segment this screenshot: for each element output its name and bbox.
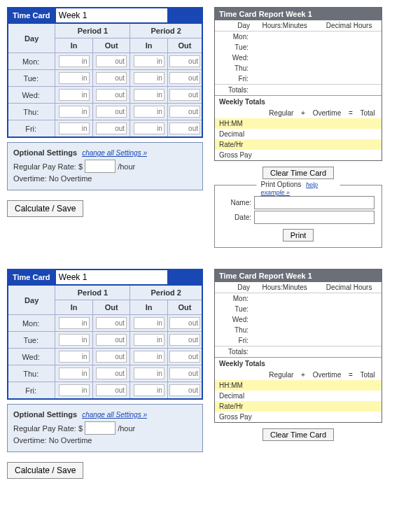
out-input[interactable] bbox=[96, 122, 127, 134]
in-input[interactable] bbox=[134, 72, 164, 84]
calculate-save-button-2[interactable]: Calculate / Save bbox=[7, 462, 83, 479]
pay-rate-input[interactable] bbox=[85, 160, 115, 173]
report-day-rows: Mon:Tue:Wed:Thu:Fri: bbox=[215, 31, 382, 85]
out-input[interactable] bbox=[96, 334, 127, 346]
in-input[interactable] bbox=[134, 384, 164, 396]
day-label: Thu: bbox=[8, 104, 55, 120]
print-name-input[interactable] bbox=[254, 196, 374, 209]
out-input[interactable] bbox=[96, 55, 127, 67]
weekly-row-label: Rate/Hr bbox=[215, 401, 262, 412]
print-date-input[interactable] bbox=[254, 211, 374, 224]
time-card-row: Wed: bbox=[8, 87, 202, 104]
time-card-title: Time Card bbox=[8, 8, 55, 23]
weekly-total-row: Rate/Hr bbox=[215, 401, 382, 412]
in-input[interactable] bbox=[59, 106, 90, 118]
in-input[interactable] bbox=[134, 55, 164, 67]
out-input[interactable] bbox=[96, 89, 127, 101]
day-label: Mon: bbox=[8, 315, 55, 332]
in-input[interactable] bbox=[59, 368, 90, 379]
weekly-total-row: Rate/Hr bbox=[215, 139, 382, 150]
report-day-label: Thu: bbox=[215, 325, 253, 335]
out-input[interactable] bbox=[96, 72, 127, 84]
weekly-total-row: Gross Pay bbox=[215, 150, 382, 160]
out-input[interactable] bbox=[96, 351, 127, 363]
time-card-row: Mon: bbox=[8, 53, 202, 70]
weekly-total-row: HH:MM bbox=[215, 380, 382, 391]
weekly-total-row: Gross Pay bbox=[215, 412, 382, 422]
out-input[interactable] bbox=[169, 89, 200, 101]
weekly-row-label: Gross Pay bbox=[215, 150, 262, 160]
in-input[interactable] bbox=[134, 122, 164, 134]
time-card-table-2: Time Card Day Period 1 Period 2 In Out I… bbox=[7, 269, 203, 400]
in-input[interactable] bbox=[59, 72, 90, 84]
in-input[interactable] bbox=[134, 106, 164, 118]
print-button[interactable]: Print bbox=[283, 229, 314, 241]
out-input[interactable] bbox=[169, 317, 200, 329]
day-label: Wed: bbox=[8, 87, 55, 104]
out-input[interactable] bbox=[96, 384, 127, 396]
clear-time-card-button-2[interactable]: Clear Time Card bbox=[262, 428, 334, 441]
report-day-label: Fri: bbox=[215, 335, 253, 346]
week-input-2[interactable] bbox=[56, 270, 167, 284]
time-card-row: Fri: bbox=[8, 120, 202, 138]
time-card-row: Fri: bbox=[8, 382, 202, 400]
optional-settings-box: Optional Settings change all Settings » … bbox=[7, 142, 203, 190]
period2-header: Period 2 bbox=[130, 23, 202, 38]
in-input[interactable] bbox=[59, 89, 90, 101]
report-box: Time Card Report Week 1 Day Hours:Minute… bbox=[214, 7, 382, 161]
weekly-total-rows-2: HH:MMDecimalRate/HrGross Pay bbox=[215, 380, 382, 422]
weekly-total-row: Decimal bbox=[215, 391, 382, 401]
out-input[interactable] bbox=[169, 351, 200, 363]
weekly-row-label: Rate/Hr bbox=[215, 139, 262, 150]
in-input[interactable] bbox=[59, 317, 90, 329]
report-table: Day Hours:Minutes Decimal Hours Mon:Tue:… bbox=[215, 20, 382, 95]
out-input[interactable] bbox=[169, 106, 200, 118]
out-input[interactable] bbox=[96, 368, 127, 379]
time-card-section-2: Time Card Day Period 1 Period 2 In Out I… bbox=[7, 269, 413, 479]
out-input[interactable] bbox=[169, 72, 200, 84]
in-input[interactable] bbox=[134, 317, 164, 329]
in-input[interactable] bbox=[59, 334, 90, 346]
overtime-label: Overtime: No Overtime bbox=[13, 174, 92, 183]
time-card-title-tail bbox=[168, 8, 203, 23]
day-label: Mon: bbox=[8, 53, 55, 70]
report-day-label: Thu: bbox=[215, 63, 253, 74]
in-input[interactable] bbox=[134, 89, 164, 101]
weekly-total-row: HH:MM bbox=[215, 118, 382, 129]
out-input[interactable] bbox=[169, 334, 200, 346]
out-input[interactable] bbox=[169, 122, 200, 134]
week-input[interactable] bbox=[56, 8, 167, 22]
day-label: Tue: bbox=[8, 70, 55, 87]
out-input[interactable] bbox=[96, 317, 127, 329]
out-input[interactable] bbox=[169, 368, 200, 379]
report-day-label: Mon: bbox=[215, 31, 253, 43]
day-label: Fri: bbox=[8, 382, 55, 400]
print-options-box: Print Options help example » Name: Date:… bbox=[214, 185, 382, 248]
day-label: Tue: bbox=[8, 332, 55, 349]
day-label: Fri: bbox=[8, 120, 55, 138]
in-input[interactable] bbox=[134, 368, 164, 379]
pay-rate-input-2[interactable] bbox=[85, 421, 115, 435]
in-input[interactable] bbox=[59, 122, 90, 134]
report-col-day: Day bbox=[215, 20, 253, 31]
out-input[interactable] bbox=[96, 106, 127, 118]
time-card-row: Thu: bbox=[8, 365, 202, 382]
clear-time-card-button[interactable]: Clear Time Card bbox=[262, 167, 334, 179]
report-day-label: Wed: bbox=[215, 314, 253, 325]
change-settings-link-2[interactable]: change all Settings » bbox=[82, 411, 147, 419]
out-input[interactable] bbox=[169, 384, 200, 396]
in-input[interactable] bbox=[134, 334, 164, 346]
change-settings-link[interactable]: change all Settings » bbox=[82, 149, 147, 157]
in-header-1: In bbox=[55, 38, 93, 53]
time-card-row: Wed: bbox=[8, 349, 202, 365]
weekly-sub-headers: Regular + Overtime = Total bbox=[262, 108, 382, 118]
report-col-dh: Decimal Hours bbox=[316, 20, 382, 31]
in-input[interactable] bbox=[59, 384, 90, 396]
calculate-save-button[interactable]: Calculate / Save bbox=[7, 200, 83, 217]
day-header: Day bbox=[8, 23, 55, 53]
out-input[interactable] bbox=[169, 55, 200, 67]
in-input[interactable] bbox=[59, 55, 90, 67]
time-card-panel: Time Card Day Period 1 Period 2 In Out I… bbox=[7, 7, 203, 248]
in-input[interactable] bbox=[134, 351, 164, 363]
in-input[interactable] bbox=[59, 351, 90, 363]
